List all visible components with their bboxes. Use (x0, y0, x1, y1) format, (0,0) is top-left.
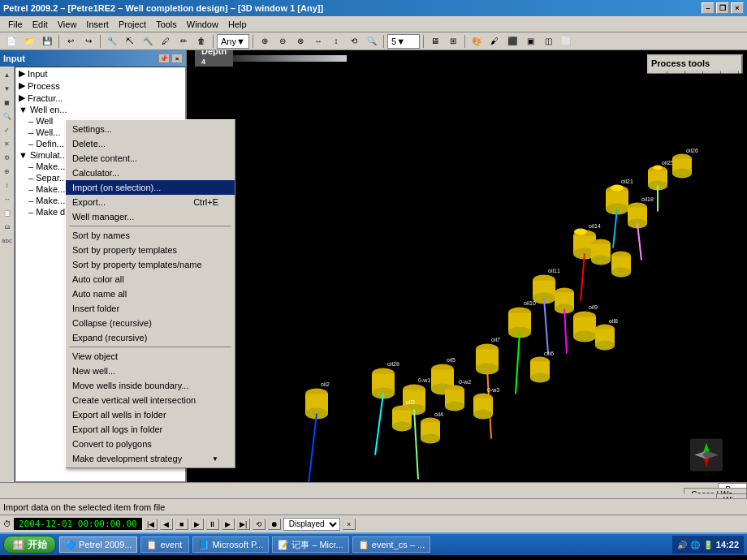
ctx-convert-polygons[interactable]: Convert to polygons (66, 437, 235, 451)
playback-step-forward[interactable]: ▶ (222, 519, 235, 530)
tb-btn-k[interactable]: ↕ (328, 34, 344, 49)
ctx-view-object[interactable]: View object (66, 349, 235, 364)
tb-btn-c[interactable]: 🔨 (140, 34, 156, 49)
tb-btn-o[interactable]: 🎨 (468, 34, 485, 49)
strip-icon-5[interactable]: ✓ (1, 123, 14, 136)
tb-open-btn[interactable]: 📁 (21, 34, 37, 49)
display-close-btn[interactable]: × (343, 519, 356, 530)
taskbar-item-microsoft[interactable]: 📘 Microsoft P... (192, 536, 269, 553)
menu-window[interactable]: Window (182, 18, 223, 31)
strip-icon-7[interactable]: ⚙ (1, 151, 14, 164)
ctx-sort-names[interactable]: Sort by names (66, 228, 235, 243)
playback-loop[interactable]: ⟲ (253, 519, 266, 530)
ctx-collapse[interactable]: Collapse (recursive) (66, 316, 235, 330)
tree-item-fractur[interactable]: ▶ Fractur... (15, 92, 185, 104)
tb-undo-btn[interactable]: ↩ (63, 34, 79, 49)
taskbar-item-petrel[interactable]: 🔷 Petrel 2009... (59, 536, 137, 553)
tb-save-btn[interactable]: 💾 (39, 34, 55, 49)
ctx-import[interactable]: Import (on selection)... (66, 180, 235, 195)
tb-btn-q[interactable]: ⬛ (504, 34, 520, 49)
tb-btn-r[interactable]: ▣ (522, 34, 538, 49)
tree-item-process[interactable]: ▶ Process (15, 80, 185, 92)
viewport-3d[interactable]: Depth 4 Process tools 🔧 🖱 ↖ ⊕ 🔍 (187, 50, 747, 482)
strip-icon-11[interactable]: 📋 (1, 206, 14, 219)
tb-btn-p[interactable]: 🖌 (486, 34, 503, 49)
close-button[interactable]: × (731, 2, 744, 14)
ctx-well-manager[interactable]: Well manager... (66, 209, 235, 224)
strip-icon-13[interactable]: abc (1, 234, 14, 247)
strip-icon-4[interactable]: 🔍 (1, 110, 14, 123)
playback-record[interactable]: ⏺ (268, 519, 281, 530)
start-button[interactable]: 🪟 开始 (3, 536, 56, 554)
tb-btn-l[interactable]: ⟲ (346, 34, 362, 49)
ctx-insert-folder[interactable]: Insert folder (66, 301, 235, 316)
ctx-sort-prop-templates-name[interactable]: Sort by property templates/name (66, 257, 235, 272)
ctx-settings[interactable]: Settings... (66, 122, 235, 136)
menu-edit[interactable]: Edit (28, 18, 53, 31)
playback-forward-end[interactable]: ▶| (237, 519, 250, 530)
tree-item-input[interactable]: ▶ Input (15, 67, 185, 80)
restore-button[interactable]: ❐ (716, 2, 729, 14)
ctx-make-dev-strategy[interactable]: Make development strategy ▼ (66, 451, 235, 466)
tb-btn-m[interactable]: 🔍 (364, 34, 380, 49)
tb-btn-b[interactable]: ⛏ (122, 34, 138, 49)
taskbar-item-eventcs[interactable]: 📋 event_cs – ... (352, 536, 430, 553)
minimize-button[interactable]: – (702, 2, 715, 14)
strip-icon-1[interactable]: ▲ (1, 68, 14, 81)
ctx-delete-content[interactable]: Delete content... (66, 151, 235, 166)
menu-project[interactable]: Project (114, 18, 151, 31)
ctx-calculator[interactable]: Calculator... (66, 166, 235, 180)
tb-btn-j[interactable]: ↔ (310, 34, 326, 49)
tb-btn-h[interactable]: ⊖ (274, 34, 291, 49)
tb-dropdown-5[interactable]: 5▼ (387, 34, 420, 49)
strip-icon-12[interactable]: 🗂 (1, 220, 14, 233)
ctx-create-vertical[interactable]: Create vertical well intersection (66, 393, 235, 407)
strip-icon-9[interactable]: ↕ (1, 179, 14, 192)
ctx-export-wells[interactable]: Export all wells in folder (66, 407, 235, 422)
tb-btn-e[interactable]: ✏ (175, 34, 192, 49)
taskbar-item-event[interactable]: 📋 event (140, 536, 189, 553)
ctx-auto-color-all[interactable]: Auto color all (66, 272, 235, 286)
tb-btn-t[interactable]: ⬜ (558, 34, 574, 49)
tb-btn-f[interactable]: 🗑 (193, 34, 209, 49)
playback-step-back[interactable]: ◀ (160, 519, 173, 530)
tb-btn-d[interactable]: 🖊 (158, 34, 174, 49)
menu-tools[interactable]: Tools (151, 18, 182, 31)
strip-icon-6[interactable]: ✕ (1, 137, 14, 150)
ctx-expand[interactable]: Expand (recursive) (66, 330, 235, 345)
display-select[interactable]: Displayed All (283, 518, 340, 531)
ctx-export-logs[interactable]: Export all logs in folder (66, 422, 235, 437)
strip-icon-3[interactable]: ◼ (1, 96, 14, 109)
strip-icon-8[interactable]: ⊕ (1, 165, 14, 178)
input-close-button[interactable]: × (171, 54, 183, 63)
ctx-sort-prop-templates[interactable]: Sort by property templates (66, 243, 235, 257)
menu-help[interactable]: Help (223, 18, 252, 31)
tb-btn-n[interactable]: ⊞ (445, 34, 461, 49)
panel-tab-wi[interactable]: Wi... (716, 493, 747, 498)
tb-btn-g[interactable]: ⊕ (257, 34, 273, 49)
ctx-new-well[interactable]: New well... (66, 364, 235, 378)
strip-icon-10[interactable]: ↔ (1, 192, 14, 205)
playback-stop[interactable]: ■ (175, 519, 188, 530)
ctx-export[interactable]: Export... Ctrl+E (66, 195, 235, 209)
ctx-auto-name-all[interactable]: Auto name all (66, 286, 235, 301)
tb-btn-i[interactable]: ⊗ (292, 34, 309, 49)
taskbar-item-notepad[interactable]: 📝 记事 – Micr... (272, 536, 349, 553)
tb-btn-a[interactable]: 🔧 (104, 34, 120, 49)
tb-new-btn[interactable]: 📄 (3, 34, 19, 49)
playback-play[interactable]: ▶ (191, 519, 204, 530)
tb-view-btn[interactable]: 🖥 (427, 34, 443, 49)
input-pin-button[interactable]: 📌 (158, 54, 170, 63)
menu-insert[interactable]: Insert (81, 18, 114, 31)
tb-btn-s[interactable]: ◫ (540, 34, 556, 49)
ctx-delete[interactable]: Delete... (66, 136, 235, 151)
tree-item-well-en[interactable]: ▼ Well en... (15, 104, 185, 115)
playback-pause[interactable]: ⏸ (206, 519, 219, 530)
strip-icon-2[interactable]: ▼ (1, 82, 14, 95)
menu-view[interactable]: View (53, 18, 82, 31)
tb-dropdown-any[interactable]: Any▼ (217, 34, 249, 49)
menu-file[interactable]: File (3, 18, 28, 31)
tb-redo-btn[interactable]: ↪ (80, 34, 97, 49)
playback-rewind[interactable]: |◀ (145, 519, 158, 530)
ctx-move-wells[interactable]: Move wells inside boundary... (66, 378, 235, 393)
